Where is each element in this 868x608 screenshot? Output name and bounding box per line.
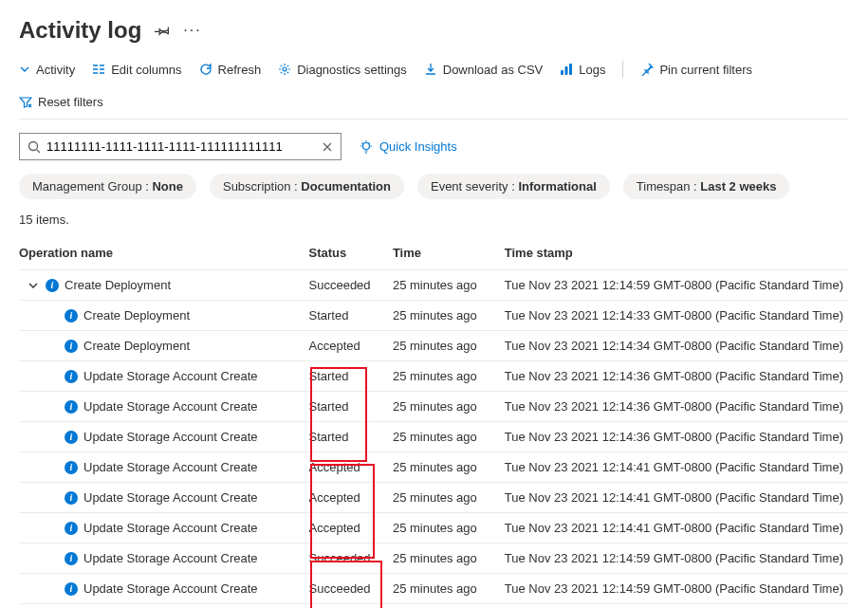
logs-icon: [560, 63, 573, 76]
edit-columns-button[interactable]: Edit columns: [92, 63, 181, 77]
search-input[interactable]: [46, 138, 316, 156]
search-icon: [28, 140, 41, 154]
svg-point-4: [29, 141, 38, 150]
info-icon: i: [65, 522, 78, 535]
status-cell: Started: [309, 301, 393, 331]
operation-name: Create Deployment: [65, 278, 171, 292]
operation-name: Create Deployment: [83, 339, 190, 353]
time-cell: 25 minutes ago: [393, 392, 505, 422]
time-cell: 25 minutes ago: [393, 422, 505, 452]
table-row[interactable]: iUpdate Storage Account CreateSucceeded2…: [19, 544, 849, 574]
diagnostics-label: Diagnostics settings: [297, 63, 407, 77]
quick-insights-button[interactable]: Quick Insights: [359, 139, 457, 155]
svg-rect-2: [565, 66, 568, 75]
table-row[interactable]: iUpdate Storage Account CreateAccepted25…: [19, 513, 849, 544]
info-icon: i: [65, 491, 78, 505]
download-csv-button[interactable]: Download as CSV: [424, 63, 544, 77]
table-row[interactable]: iCreate DeploymentStarted25 minutes agoT…: [19, 301, 849, 331]
table-row[interactable]: iCreate DeploymentAccepted25 minutes ago…: [19, 331, 849, 361]
status-cell: Started: [309, 361, 393, 392]
info-icon: i: [65, 400, 78, 414]
col-header-time[interactable]: Time: [393, 236, 505, 270]
info-icon: i: [46, 279, 59, 292]
timestamp-cell: Tue Nov 23 2021 12:14:59 GMT-0800 (Pacif…: [505, 544, 849, 574]
pin-filters-label: Pin current filters: [659, 63, 752, 77]
chevron-down-icon: [19, 64, 30, 75]
time-cell: 25 minutes ago: [393, 574, 505, 604]
filter-sev-label: Event severity :: [431, 179, 518, 193]
info-icon: i: [65, 431, 78, 444]
pin-filters-button[interactable]: Pin current filters: [640, 63, 752, 77]
timestamp-cell: Tue Nov 23 2021 12:14:33 GMT-0800 (Pacif…: [505, 301, 849, 331]
table-row[interactable]: iUpdate Storage Account CreateStarted25 …: [19, 361, 849, 392]
operation-name: Update Storage Account Create: [83, 430, 258, 444]
filter-ts-label: Timespan :: [637, 179, 700, 193]
timestamp-cell: Tue Nov 23 2021 12:14:59 GMT-0800 (Pacif…: [505, 604, 849, 609]
status-cell: Started: [309, 392, 393, 422]
logs-label: Logs: [579, 63, 605, 77]
operation-name: Update Storage Account Create: [83, 490, 258, 505]
refresh-label: Refresh: [218, 63, 262, 77]
filter-management-group[interactable]: Management Group : None: [19, 174, 196, 199]
time-cell: 25 minutes ago: [393, 361, 505, 392]
status-cell: Accepted: [309, 483, 393, 513]
table-row[interactable]: iUpdate Storage Account CreateAccepted25…: [19, 452, 849, 483]
toolbar: Activity Edit columns Refresh Diagnostic…: [19, 61, 849, 120]
columns-icon: [92, 63, 105, 76]
table-row[interactable]: iUpdate Storage Account CreateStarted25 …: [19, 422, 849, 452]
reset-filters-label: Reset filters: [38, 95, 103, 109]
status-cell: Accepted: [309, 513, 393, 544]
filter-reset-icon: [19, 96, 32, 109]
table-row[interactable]: iUpdate Storage Account CreateAccepted25…: [19, 483, 849, 513]
operation-name: Create Deployment: [83, 308, 190, 322]
timestamp-cell: Tue Nov 23 2021 12:14:59 GMT-0800 (Pacif…: [505, 270, 849, 301]
edit-columns-label: Edit columns: [111, 63, 181, 77]
timestamp-cell: Tue Nov 23 2021 12:14:59 GMT-0800 (Pacif…: [505, 574, 849, 604]
filter-severity[interactable]: Event severity : Informational: [417, 174, 610, 199]
col-header-operation[interactable]: Operation name: [19, 236, 309, 270]
time-cell: 25 minutes ago: [393, 513, 505, 544]
filter-subscription[interactable]: Subscription : Documentation: [210, 174, 404, 199]
info-icon: i: [65, 340, 78, 353]
status-cell: Accepted: [309, 452, 393, 483]
lightbulb-icon: [359, 139, 374, 155]
info-icon: i: [65, 370, 78, 383]
pin-icon[interactable]: [155, 23, 170, 38]
timestamp-cell: Tue Nov 23 2021 12:14:41 GMT-0800 (Pacif…: [505, 452, 849, 483]
filter-mg-label: Management Group :: [32, 179, 152, 193]
table-row[interactable]: iCreate DeploymentSucceeded25 minutes ag…: [19, 270, 849, 301]
search-box[interactable]: [19, 133, 342, 160]
time-cell: 25 minutes ago: [393, 301, 505, 331]
status-cell: Started: [309, 422, 393, 452]
svg-point-5: [363, 142, 370, 149]
table-row[interactable]: iUpdate Storage Account CreateSucceeded2…: [19, 574, 849, 604]
filter-ts-value: Last 2 weeks: [700, 179, 776, 193]
operation-name: Update Storage Account Create: [83, 460, 258, 474]
filter-sev-value: Informational: [518, 179, 596, 193]
time-cell: 25 minutes ago: [393, 452, 505, 483]
diagnostics-button[interactable]: Diagnostics settings: [278, 63, 407, 77]
clear-icon[interactable]: [322, 141, 333, 153]
more-icon[interactable]: ···: [183, 22, 201, 39]
quick-insights-label: Quick Insights: [379, 139, 457, 154]
status-cell: Accepted: [309, 331, 393, 361]
operation-name: Update Storage Account Create: [83, 369, 258, 383]
logs-button[interactable]: Logs: [560, 63, 605, 77]
table-row[interactable]: iUpdate Storage Account CreateStarted25 …: [19, 392, 849, 422]
operation-name: Update Storage Account Create: [83, 521, 258, 535]
refresh-button[interactable]: Refresh: [199, 63, 262, 77]
col-header-status[interactable]: Status: [309, 236, 393, 270]
chevron-down-icon[interactable]: [28, 281, 40, 290]
status-cell: Succeeded: [309, 270, 393, 301]
timestamp-cell: Tue Nov 23 2021 12:14:34 GMT-0800 (Pacif…: [505, 331, 849, 361]
reset-filters-button[interactable]: Reset filters: [19, 95, 103, 109]
col-header-timestamp[interactable]: Time stamp: [505, 236, 849, 270]
time-cell: 25 minutes ago: [393, 544, 505, 574]
activity-dropdown[interactable]: Activity: [19, 63, 75, 77]
filter-mg-value: None: [152, 179, 183, 193]
activity-table: Operation name Status Time Time stamp iC…: [19, 236, 849, 608]
info-icon: i: [65, 309, 78, 322]
table-row[interactable]: iUpdate Storage Account CreateSucceeded2…: [19, 604, 849, 609]
filter-timespan[interactable]: Timespan : Last 2 weeks: [623, 174, 790, 199]
time-cell: 25 minutes ago: [393, 604, 505, 609]
